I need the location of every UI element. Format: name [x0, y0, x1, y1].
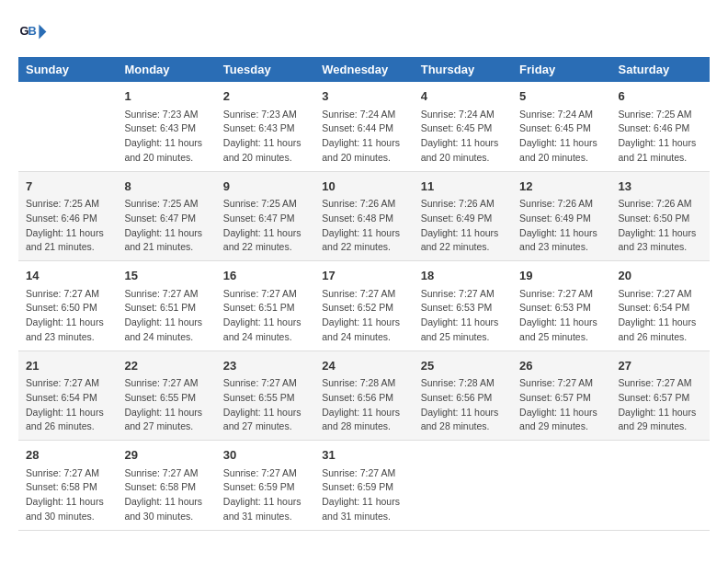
- day-number: 4: [421, 87, 505, 106]
- day-info: Sunrise: 7:23 AM Sunset: 6:43 PM Dayligh…: [124, 108, 208, 166]
- day-number: 28: [26, 446, 109, 465]
- day-info: Sunrise: 7:25 AM Sunset: 6:47 PM Dayligh…: [124, 197, 208, 255]
- day-number: 25: [421, 357, 505, 375]
- calendar-cell: 22Sunrise: 7:27 AM Sunset: 6:55 PM Dayli…: [117, 350, 215, 441]
- day-info: Sunrise: 7:27 AM Sunset: 6:59 PM Dayligh…: [322, 466, 405, 524]
- calendar-week-row: 28Sunrise: 7:27 AM Sunset: 6:58 PM Dayli…: [18, 441, 710, 531]
- calendar-week-row: 1Sunrise: 7:23 AM Sunset: 6:43 PM Daylig…: [18, 82, 710, 171]
- day-number: 9: [223, 178, 307, 196]
- day-info: Sunrise: 7:28 AM Sunset: 6:56 PM Dayligh…: [421, 376, 505, 434]
- day-number: 20: [619, 267, 702, 285]
- day-number: 1: [124, 87, 208, 106]
- day-info: Sunrise: 7:27 AM Sunset: 6:52 PM Dayligh…: [322, 287, 405, 345]
- day-info: Sunrise: 7:23 AM Sunset: 6:43 PM Dayligh…: [223, 108, 307, 166]
- day-info: Sunrise: 7:27 AM Sunset: 6:58 PM Dayligh…: [26, 466, 109, 524]
- day-number: 16: [223, 267, 307, 285]
- day-info: Sunrise: 7:27 AM Sunset: 6:59 PM Dayligh…: [223, 466, 307, 524]
- day-info: Sunrise: 7:27 AM Sunset: 6:51 PM Dayligh…: [223, 287, 307, 345]
- day-info: Sunrise: 7:27 AM Sunset: 6:54 PM Dayligh…: [26, 376, 109, 434]
- day-info: Sunrise: 7:27 AM Sunset: 6:58 PM Dayligh…: [124, 466, 208, 524]
- day-number: 19: [519, 267, 603, 285]
- calendar-body: 1Sunrise: 7:23 AM Sunset: 6:43 PM Daylig…: [18, 82, 710, 530]
- day-info: Sunrise: 7:27 AM Sunset: 6:54 PM Dayligh…: [619, 287, 702, 345]
- weekday-header-tuesday: Tuesday: [216, 57, 314, 82]
- calendar-cell: 5Sunrise: 7:24 AM Sunset: 6:45 PM Daylig…: [512, 82, 610, 171]
- day-number: 12: [519, 178, 603, 196]
- day-number: 21: [26, 357, 109, 375]
- day-number: 27: [619, 357, 702, 375]
- logo-icon: G B: [18, 18, 48, 48]
- page-header: G B: [18, 18, 710, 48]
- day-info: Sunrise: 7:25 AM Sunset: 6:47 PM Dayligh…: [223, 197, 307, 255]
- day-info: Sunrise: 7:25 AM Sunset: 6:46 PM Dayligh…: [26, 197, 109, 255]
- calendar-cell: 26Sunrise: 7:27 AM Sunset: 6:57 PM Dayli…: [512, 350, 610, 441]
- calendar-cell: 11Sunrise: 7:26 AM Sunset: 6:49 PM Dayli…: [414, 171, 512, 261]
- calendar-cell: 24Sunrise: 7:28 AM Sunset: 6:56 PM Dayli…: [314, 350, 413, 441]
- calendar-cell: [414, 441, 512, 531]
- day-info: Sunrise: 7:27 AM Sunset: 6:51 PM Dayligh…: [124, 287, 208, 345]
- calendar-cell: 31Sunrise: 7:27 AM Sunset: 6:59 PM Dayli…: [314, 441, 413, 531]
- calendar-table: SundayMondayTuesdayWednesdayThursdayFrid…: [18, 57, 710, 531]
- calendar-cell: 7Sunrise: 7:25 AM Sunset: 6:46 PM Daylig…: [18, 171, 117, 261]
- calendar-cell: 23Sunrise: 7:27 AM Sunset: 6:55 PM Dayli…: [216, 350, 314, 441]
- day-number: 18: [421, 267, 505, 285]
- calendar-header: SundayMondayTuesdayWednesdayThursdayFrid…: [18, 57, 710, 82]
- day-info: Sunrise: 7:24 AM Sunset: 6:45 PM Dayligh…: [421, 108, 505, 166]
- calendar-cell: 28Sunrise: 7:27 AM Sunset: 6:58 PM Dayli…: [18, 441, 117, 531]
- calendar-cell: 19Sunrise: 7:27 AM Sunset: 6:53 PM Dayli…: [512, 261, 610, 351]
- weekday-header-saturday: Saturday: [611, 57, 710, 82]
- day-number: 8: [124, 178, 208, 196]
- day-info: Sunrise: 7:27 AM Sunset: 6:57 PM Dayligh…: [619, 376, 702, 434]
- day-number: 2: [223, 87, 307, 106]
- weekday-header-thursday: Thursday: [414, 57, 512, 82]
- calendar-cell: 20Sunrise: 7:27 AM Sunset: 6:54 PM Dayli…: [611, 261, 710, 351]
- day-info: Sunrise: 7:26 AM Sunset: 6:50 PM Dayligh…: [619, 197, 702, 255]
- calendar-cell: 8Sunrise: 7:25 AM Sunset: 6:47 PM Daylig…: [117, 171, 215, 261]
- calendar-cell: 25Sunrise: 7:28 AM Sunset: 6:56 PM Dayli…: [414, 350, 512, 441]
- calendar-week-row: 21Sunrise: 7:27 AM Sunset: 6:54 PM Dayli…: [18, 350, 710, 441]
- day-info: Sunrise: 7:25 AM Sunset: 6:46 PM Dayligh…: [619, 108, 702, 166]
- day-number: 24: [322, 357, 405, 375]
- day-info: Sunrise: 7:26 AM Sunset: 6:49 PM Dayligh…: [519, 197, 603, 255]
- day-number: 14: [26, 267, 109, 285]
- calendar-cell: 15Sunrise: 7:27 AM Sunset: 6:51 PM Dayli…: [117, 261, 215, 351]
- weekday-header-monday: Monday: [117, 57, 215, 82]
- calendar-cell: 29Sunrise: 7:27 AM Sunset: 6:58 PM Dayli…: [117, 441, 215, 531]
- weekday-header-row: SundayMondayTuesdayWednesdayThursdayFrid…: [18, 57, 710, 82]
- day-info: Sunrise: 7:28 AM Sunset: 6:56 PM Dayligh…: [322, 376, 405, 434]
- calendar-cell: 4Sunrise: 7:24 AM Sunset: 6:45 PM Daylig…: [414, 82, 512, 171]
- weekday-header-friday: Friday: [512, 57, 610, 82]
- calendar-cell: 2Sunrise: 7:23 AM Sunset: 6:43 PM Daylig…: [216, 82, 314, 171]
- calendar-cell: 6Sunrise: 7:25 AM Sunset: 6:46 PM Daylig…: [611, 82, 710, 171]
- logo: G B: [18, 18, 51, 48]
- calendar-cell: [512, 441, 610, 531]
- day-number: 15: [124, 267, 208, 285]
- day-number: 5: [519, 87, 603, 106]
- calendar-cell: 14Sunrise: 7:27 AM Sunset: 6:50 PM Dayli…: [18, 261, 117, 351]
- day-info: Sunrise: 7:27 AM Sunset: 6:57 PM Dayligh…: [519, 376, 603, 434]
- day-number: 30: [223, 446, 307, 465]
- calendar-cell: 1Sunrise: 7:23 AM Sunset: 6:43 PM Daylig…: [117, 82, 215, 171]
- day-number: 23: [223, 357, 307, 375]
- day-info: Sunrise: 7:27 AM Sunset: 6:53 PM Dayligh…: [519, 287, 603, 345]
- day-number: 17: [322, 267, 405, 285]
- day-number: 6: [619, 87, 702, 106]
- day-info: Sunrise: 7:27 AM Sunset: 6:50 PM Dayligh…: [26, 287, 109, 345]
- day-number: 11: [421, 178, 505, 196]
- day-info: Sunrise: 7:27 AM Sunset: 6:55 PM Dayligh…: [124, 376, 208, 434]
- day-info: Sunrise: 7:27 AM Sunset: 6:55 PM Dayligh…: [223, 376, 307, 434]
- day-number: 26: [519, 357, 603, 375]
- calendar-cell: 27Sunrise: 7:27 AM Sunset: 6:57 PM Dayli…: [611, 350, 710, 441]
- day-number: 10: [322, 178, 405, 196]
- day-info: Sunrise: 7:24 AM Sunset: 6:45 PM Dayligh…: [519, 108, 603, 166]
- day-number: 22: [124, 357, 208, 375]
- calendar-cell: 10Sunrise: 7:26 AM Sunset: 6:48 PM Dayli…: [314, 171, 413, 261]
- calendar-cell: 30Sunrise: 7:27 AM Sunset: 6:59 PM Dayli…: [216, 441, 314, 531]
- svg-text:B: B: [28, 24, 36, 38]
- calendar-cell: 13Sunrise: 7:26 AM Sunset: 6:50 PM Dayli…: [611, 171, 710, 261]
- weekday-header-wednesday: Wednesday: [314, 57, 413, 82]
- day-info: Sunrise: 7:24 AM Sunset: 6:44 PM Dayligh…: [322, 108, 405, 166]
- calendar-week-row: 14Sunrise: 7:27 AM Sunset: 6:50 PM Dayli…: [18, 261, 710, 351]
- day-number: 7: [26, 178, 109, 196]
- weekday-header-sunday: Sunday: [18, 57, 117, 82]
